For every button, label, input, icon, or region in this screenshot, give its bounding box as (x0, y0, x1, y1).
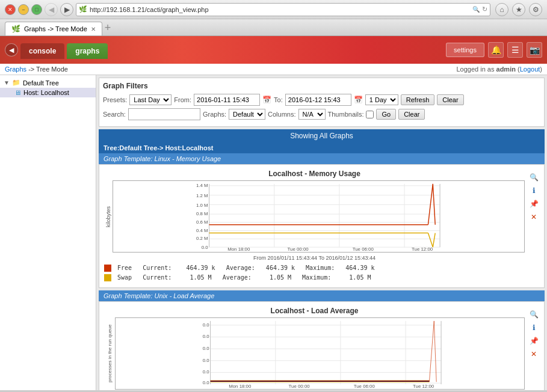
home-button[interactable]: ⌂ (495, 3, 508, 16)
graph-memory-svg: 1.4 M 1.2 M 1.0 M 0.8 M 0.6 M 0.4 M 0.2 … (113, 180, 525, 253)
graph-template-load-label: Graph Template: Unix - Load Average (104, 292, 214, 299)
svg-text:0.0: 0.0 (203, 380, 210, 385)
svg-text:0.0: 0.0 (203, 334, 210, 339)
svg-text:0.0: 0.0 (202, 245, 209, 250)
columns-label: Columns: (268, 111, 295, 118)
admin-username: admin (496, 66, 516, 73)
address-bar[interactable]: 🌿 http://192.168.1.21/cacti/graph_view.p… (76, 3, 490, 16)
graph-memory-legend: Free Current: 464.39 k Average: 464.39 k… (104, 263, 525, 283)
browser-tab[interactable]: 🌿 Graphs -> Tree Mode ✕ (5, 22, 102, 35)
close-tab-button[interactable]: ✕ (91, 26, 96, 32)
graph-memory-area: Localhost - Memory Usage kilobytes 1.4 M… (104, 170, 525, 283)
presets-select[interactable]: Last Day (129, 94, 172, 105)
clear-button-1[interactable]: Clear (437, 94, 463, 105)
breadcrumb-graphs-link[interactable]: Graphs (5, 66, 26, 73)
delete-button-memory[interactable]: ✕ (528, 212, 539, 222)
graph-load-title: Localhost - Load Average (104, 307, 525, 315)
graph-memory-container: Localhost - Memory Usage kilobytes 1.4 M… (99, 164, 545, 288)
app-back-button[interactable]: ◀ (5, 43, 18, 57)
minimize-window-button[interactable]: − (18, 4, 29, 15)
svg-text:Tue 06:00: Tue 06:00 (353, 247, 374, 252)
search-label: Search: (103, 111, 126, 118)
graphs-tab[interactable]: graphs (67, 43, 108, 59)
content-area: Graph Filters Presets: Last Day From: 📅 … (96, 75, 547, 390)
favorites-button[interactable]: ★ (512, 3, 525, 16)
go-button[interactable]: Go (376, 109, 396, 120)
host-label: Host: Localhost (23, 89, 69, 96)
settings-label: settings (454, 46, 477, 54)
forward-button[interactable]: ▶ (60, 3, 73, 16)
graph-memory-inner: kilobytes 1.4 M 1.2 M 1.0 M 0.8 M 0.6 M … (104, 180, 525, 254)
from-input[interactable] (194, 94, 260, 106)
logout-link[interactable]: Logout (520, 66, 540, 73)
close-window-button[interactable]: ✕ (5, 4, 16, 15)
zoom-in-button-load[interactable]: 🔍 (528, 309, 539, 320)
graph-memory-side-buttons: 🔍 ℹ 📌 ✕ (528, 170, 539, 283)
collapse-icon: ▼ (4, 79, 10, 86)
svg-text:0.0: 0.0 (203, 346, 210, 351)
folder-icon: 📁 (12, 79, 20, 87)
zoom-in-button-memory[interactable]: 🔍 (528, 172, 539, 183)
logged-in-info: Logged in as admin (Logout) (456, 66, 542, 73)
graph-template-load-bar: Graph Template: Unix - Load Average (99, 290, 545, 301)
legend-free-label: Free Current: 464.39 k Average: 464.39 k… (117, 265, 374, 271)
svg-text:0.0: 0.0 (203, 358, 210, 363)
tree-host-bar: Tree:Default Tree-> Host:Localhost (99, 142, 545, 153)
graph-memory-y-label: kilobytes (104, 180, 113, 253)
svg-text:0.6 M: 0.6 M (196, 219, 208, 225)
delete-button-load[interactable]: ✕ (528, 349, 539, 360)
sidebar: ▼ 📁 Default Tree 🖥 Host: Localhost (0, 75, 96, 390)
back-button[interactable]: ◀ (45, 3, 58, 16)
list-button[interactable]: ☰ (507, 42, 523, 58)
address-text: http://192.168.1.21/cacti/graph_view.php (90, 6, 470, 13)
filter-row-1: Presets: Last Day From: 📅 To: 📅 1 Day Re… (103, 94, 540, 106)
camera-button[interactable]: 📷 (527, 42, 542, 58)
graphs-select[interactable]: Default (229, 109, 265, 120)
new-tab-button[interactable]: + (105, 22, 111, 35)
tree-host-label: Tree:Default Tree-> Host:Localhost (104, 144, 213, 152)
refresh-icon[interactable]: ↻ (482, 5, 487, 13)
pin-button-memory[interactable]: 📌 (528, 198, 539, 209)
thumbnails-checkbox[interactable] (366, 111, 374, 118)
bell-button[interactable]: 🔔 (488, 42, 504, 58)
svg-text:Tue 12:00: Tue 12:00 (413, 384, 434, 389)
graph-filters-title: Graph Filters (103, 82, 540, 90)
columns-select[interactable]: N/A (298, 109, 326, 120)
calendar-to-icon[interactable]: 📅 (354, 96, 363, 104)
refresh-button[interactable]: Refresh (401, 94, 435, 105)
graph-load-svg-wrap: 0.0 0.0 0.0 0.0 0.0 0.0 (115, 317, 525, 390)
info-button-load[interactable]: ℹ (528, 322, 539, 333)
showing-all-bar: Showing All Graphs (99, 129, 545, 142)
legend-free-color (104, 265, 111, 272)
svg-text:Tue 00:00: Tue 00:00 (289, 384, 311, 389)
svg-text:1.4 M: 1.4 M (196, 183, 208, 188)
to-input[interactable] (285, 94, 351, 106)
host-icon: 🖥 (14, 89, 21, 96)
graph-memory-svg-wrap: 1.4 M 1.2 M 1.0 M 0.8 M 0.6 M 0.4 M 0.2 … (113, 180, 525, 254)
tab-bar: 🌿 Graphs -> Tree Mode ✕ + (0, 19, 547, 36)
settings-button[interactable]: ⚙ (529, 3, 542, 16)
pin-button-load[interactable]: 📌 (528, 335, 539, 346)
info-button-memory[interactable]: ℹ (528, 185, 539, 196)
graphs-tab-label: graphs (75, 47, 99, 55)
graph-memory-date-range: From 2016/01/11 15:43:44 To 2016/01/12 1… (104, 255, 525, 261)
site-icon: 🌿 (79, 5, 87, 13)
tab-title: Graphs -> Tree Mode (24, 25, 87, 32)
to-label: To: (274, 96, 283, 103)
from-label: From: (174, 96, 191, 103)
interval-select[interactable]: 1 Day (365, 94, 398, 105)
svg-text:Tue 06:00: Tue 06:00 (354, 384, 375, 389)
sidebar-item-default-tree[interactable]: ▼ 📁 Default Tree (0, 78, 96, 88)
legend-swap-label: Swap Current: 1.05 M Average: 1.05 M Max… (117, 274, 371, 281)
search-input[interactable] (128, 108, 200, 120)
graph-load-area: Localhost - Load Average processes in th… (104, 307, 525, 390)
clear-button-2[interactable]: Clear (398, 109, 425, 120)
console-tab[interactable]: console (20, 43, 64, 59)
console-tab-label: console (29, 47, 56, 55)
settings-nav-button[interactable]: settings (446, 43, 484, 57)
svg-text:0.0: 0.0 (203, 322, 210, 328)
breadcrumb: Graphs -> Tree Mode (5, 66, 68, 73)
sidebar-item-host-localhost[interactable]: 🖥 Host: Localhost (0, 88, 96, 97)
maximize-window-button[interactable]: □ (31, 4, 42, 15)
calendar-from-icon[interactable]: 📅 (262, 96, 271, 104)
